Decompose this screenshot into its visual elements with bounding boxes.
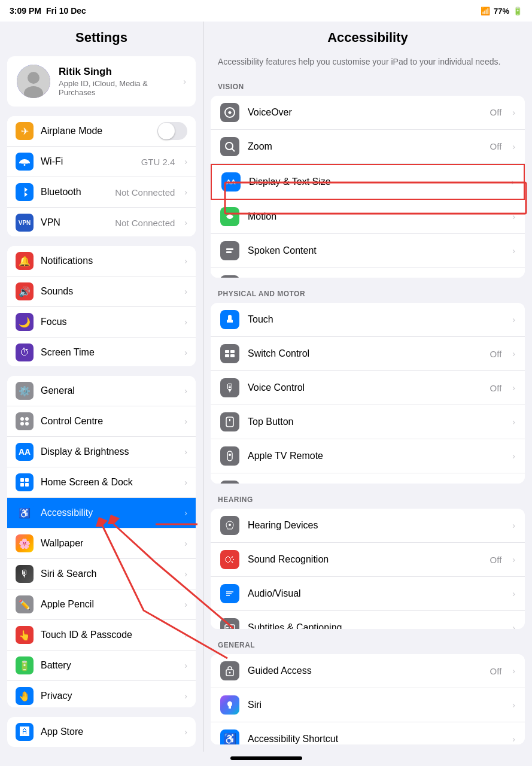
sirisearch-label: Siri & Search bbox=[41, 569, 177, 579]
wifi-icon: 📶 bbox=[481, 7, 490, 16]
touchid-label: Touch ID & Passcode bbox=[41, 630, 177, 640]
right-item-switchcontrol[interactable]: Switch Control Off › bbox=[211, 337, 525, 371]
sidebar-item-airplane[interactable]: ✈ Airplane Mode bbox=[7, 116, 196, 147]
zoom-value: Off bbox=[490, 141, 502, 151]
hearingdevices-icon bbox=[220, 516, 239, 535]
wifi-value: GTU 2.4 bbox=[141, 157, 175, 167]
right-item-audiodescriptions[interactable]: Audio Descriptions Off › bbox=[211, 268, 525, 278]
wallpaper-icon: 🌸 bbox=[16, 534, 34, 552]
sidebar-item-wifi[interactable]: Wi-Fi GTU 2.4 › bbox=[7, 147, 196, 177]
svg-rect-21 bbox=[226, 417, 233, 427]
focus-chevron: › bbox=[184, 317, 187, 327]
sounds-label: Sounds bbox=[41, 286, 177, 297]
physicalmotor-section-label: PHYSICAL AND MOTOR bbox=[203, 285, 532, 300]
right-item-guidedaccess[interactable]: Guided Access Off › bbox=[211, 654, 525, 688]
right-item-accessibilityshortcut[interactable]: ♿ Accessibility Shortcut › bbox=[211, 722, 525, 744]
displaytextsize-label: Display & Text Size bbox=[249, 177, 503, 187]
sidebar-item-appstore[interactable]: 🅰 App Store › bbox=[7, 717, 196, 747]
applepencil-label: Apple Pencil bbox=[41, 599, 177, 610]
right-item-audiovisual[interactable]: Audio/Visual › bbox=[211, 577, 525, 611]
right-item-subtitlescaptioning[interactable]: Subtitles & Captioning › bbox=[211, 611, 525, 629]
homescreen-label: Home Screen & Dock bbox=[41, 477, 177, 488]
vision-group: VoiceOver Off › Zoom Off › AA Display & … bbox=[211, 96, 525, 278]
voiceover-chevron: › bbox=[512, 108, 515, 117]
right-item-soundrecognition[interactable]: Sound Recognition Off › bbox=[211, 543, 525, 577]
right-item-voicecontrol[interactable]: 🎙 Voice Control Off › bbox=[211, 371, 525, 405]
general-label: General bbox=[41, 385, 177, 396]
soundrecognition-icon bbox=[220, 550, 239, 569]
applepencil-icon: ✏️ bbox=[16, 595, 34, 613]
profile-section[interactable]: Ritik Singh Apple ID, iCloud, Media & Pu… bbox=[7, 56, 196, 107]
svg-rect-15 bbox=[226, 251, 232, 253]
guidedaccess-chevron: › bbox=[512, 666, 515, 676]
vpn-label: VPN bbox=[41, 217, 108, 228]
guidedaccess-value: Off bbox=[490, 666, 502, 676]
right-item-displaytextsize[interactable]: AA Display & Text Size › bbox=[211, 164, 525, 200]
accessibilityshortcut-chevron: › bbox=[512, 734, 515, 744]
vpn-value: Not Connected bbox=[115, 218, 175, 228]
airplane-toggle[interactable] bbox=[157, 122, 187, 140]
sidebar-item-wallpaper[interactable]: 🌸 Wallpaper › bbox=[7, 528, 196, 559]
guidedaccess-label: Guided Access bbox=[248, 665, 482, 676]
sounds-icon: 🔊 bbox=[16, 282, 34, 300]
wifi-settings-icon bbox=[16, 153, 34, 171]
applepencil-chevron: › bbox=[184, 600, 187, 609]
voicecontrol-label: Voice Control bbox=[248, 382, 482, 393]
sidebar-item-battery[interactable]: 🔋 Battery › bbox=[7, 651, 196, 681]
sidebar-item-touchid[interactable]: 👆 Touch ID & Passcode › bbox=[7, 620, 196, 651]
motion-chevron: › bbox=[512, 212, 515, 221]
sidebar-item-accessibility[interactable]: ♿ Accessibility › bbox=[7, 498, 196, 528]
right-panel-description: Accessibility features help you customis… bbox=[203, 51, 532, 78]
spokencontent-icon bbox=[220, 241, 239, 260]
sidebar-item-homescreen[interactable]: Home Screen & Dock › bbox=[7, 467, 196, 498]
sidebar-item-vpn[interactable]: VPN VPN Not Connected › bbox=[7, 208, 196, 236]
sidebar-item-bluetooth[interactable]: Bluetooth Not Connected › bbox=[7, 177, 196, 208]
switchcontrol-value: Off bbox=[490, 349, 502, 359]
svg-rect-19 bbox=[225, 354, 229, 357]
right-item-topbutton[interactable]: Top Button › bbox=[211, 405, 525, 439]
general-section-label: GENERAL bbox=[203, 636, 532, 652]
vpn-icon: VPN bbox=[16, 214, 34, 232]
motion-icon bbox=[220, 207, 239, 226]
right-item-keyboards[interactable]: Keyboards › bbox=[211, 473, 525, 484]
sidebar-item-applepencil[interactable]: ✏️ Apple Pencil › bbox=[7, 589, 196, 620]
right-item-touch[interactable]: Touch › bbox=[211, 303, 525, 337]
svg-point-1 bbox=[28, 72, 39, 84]
svg-rect-14 bbox=[226, 248, 233, 250]
right-item-zoom[interactable]: Zoom Off › bbox=[211, 130, 525, 164]
sidebar-item-displaybrightness[interactable]: AA Display & Brightness › bbox=[7, 437, 196, 467]
right-item-appletvremote[interactable]: Apple TV Remote › bbox=[211, 439, 525, 473]
zoom-label: Zoom bbox=[248, 141, 482, 152]
sidebar-item-privacy[interactable]: 🤚 Privacy › bbox=[7, 681, 196, 707]
sidebar-item-screentime[interactable]: ⏱ Screen Time › bbox=[7, 338, 196, 366]
subtitlescaptioning-label: Subtitles & Captioning bbox=[248, 622, 504, 629]
sidebar-item-sounds[interactable]: 🔊 Sounds › bbox=[7, 276, 196, 307]
sidebar-item-controlcentre[interactable]: Control Centre › bbox=[7, 406, 196, 437]
accessibilityshortcut-label: Accessibility Shortcut bbox=[248, 734, 504, 744]
guidedaccess-icon bbox=[220, 661, 239, 680]
bluetooth-value: Not Connected bbox=[115, 187, 175, 197]
right-item-siri[interactable]: Siri › bbox=[211, 688, 525, 722]
svg-rect-38 bbox=[230, 627, 233, 628]
screentime-icon: ⏱ bbox=[16, 344, 34, 361]
sidebar-item-sirisearch[interactable]: 🎙 Siri & Search › bbox=[7, 559, 196, 589]
subtitlescaptioning-icon bbox=[220, 618, 239, 629]
right-item-motion[interactable]: Motion › bbox=[211, 200, 525, 234]
voiceover-label: VoiceOver bbox=[248, 107, 482, 118]
sidebar-item-general[interactable]: ⚙️ General › bbox=[7, 376, 196, 406]
soundrecognition-label: Sound Recognition bbox=[248, 554, 482, 565]
controlcentre-icon bbox=[16, 412, 34, 430]
sounds-chevron: › bbox=[184, 287, 187, 296]
sidebar-item-notifications[interactable]: 🔔 Notifications › bbox=[7, 246, 196, 276]
sidebar: Settings Ritik Singh Apple ID, iCloud, M… bbox=[0, 22, 203, 752]
general-chevron: › bbox=[184, 386, 187, 396]
right-item-hearingdevices[interactable]: Hearing Devices › bbox=[211, 509, 525, 543]
spokencontent-label: Spoken Content bbox=[248, 245, 504, 256]
right-item-spokencontent[interactable]: Spoken Content › bbox=[211, 234, 525, 268]
sidebar-item-focus[interactable]: 🌙 Focus › bbox=[7, 307, 196, 338]
appstore-label: App Store bbox=[41, 727, 177, 737]
siri-icon bbox=[220, 695, 239, 715]
svg-point-5 bbox=[20, 422, 24, 425]
vpn-chevron: › bbox=[184, 218, 187, 227]
right-item-voiceover[interactable]: VoiceOver Off › bbox=[211, 96, 525, 130]
